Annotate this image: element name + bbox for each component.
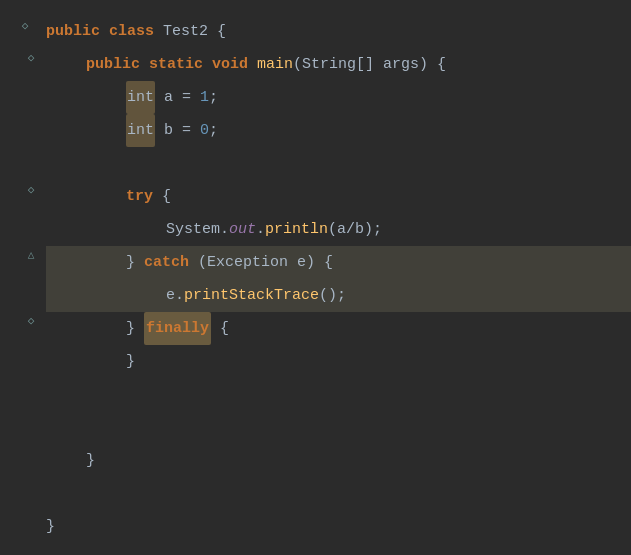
code-line-13 [46,411,631,444]
token-close-catch: } [126,312,144,345]
token-close-class: } [46,510,55,543]
code-line-9: e. printStackTrace (); [46,279,631,312]
token-main-params: (String[] args) { [293,48,446,81]
token-b-assign: b = [155,114,200,147]
token-e: e. [166,279,184,312]
token-close-method: } [86,444,95,477]
token-int-a: int [126,81,155,114]
fold-icon-method[interactable]: ◇ [24,50,38,64]
token-public: public [46,15,109,48]
token-classname: Test2 { [163,15,226,48]
token-public2: public [86,48,149,81]
code-line-12 [46,378,631,411]
token-dot: . [256,213,265,246]
code-line-11: } [46,345,631,378]
token-one: 1 [200,81,209,114]
token-try-brace: { [162,180,171,213]
token-semi1: ; [209,81,218,114]
fold-icon-finally[interactable]: ◇ [24,313,38,327]
code-line-6: try { [46,180,631,213]
token-void: void [212,48,257,81]
editor-gutter: ◇ ◇ ◇ △ ◇ [0,0,38,555]
token-a-assign: a = [155,81,200,114]
token-catch-params: (Exception e) { [198,246,333,279]
token-int-b: int [126,114,155,147]
code-line-2: public static void main (String[] args) … [46,48,631,81]
code-line-5 [46,147,631,180]
token-static: static [149,48,212,81]
token-finally-brace: { [211,312,229,345]
token-zero: 0 [200,114,209,147]
code-line-8: } catch (Exception e) { [46,246,631,279]
token-println: println [265,213,328,246]
token-semi2: ; [209,114,218,147]
code-line-10: } finally { [46,312,631,345]
fold-icon-catch[interactable]: △ [24,247,38,261]
token-try: try [126,180,162,213]
fold-icon-class[interactable]: ◇ [18,18,32,32]
token-out: out [229,213,256,246]
code-line-15 [46,477,631,510]
code-editor: ◇ ◇ ◇ △ ◇ public class Test2 { public st… [0,0,631,555]
token-class: class [109,15,163,48]
fold-icon-try[interactable]: ◇ [24,182,38,196]
code-line-3: int a = 1 ; [46,81,631,114]
token-system: System. [166,213,229,246]
code-line-7: System. out . println (a/b); [46,213,631,246]
token-println-args: (a/b); [328,213,382,246]
code-line-14: } [46,444,631,477]
code-content: public class Test2 { public static void … [38,0,631,555]
token-finally: finally [144,312,211,345]
token-printstacktrace-call: (); [319,279,346,312]
token-catch: catch [144,246,198,279]
token-main: main [257,48,293,81]
code-line-16: } [46,510,631,543]
code-line-1: public class Test2 { [46,15,631,48]
token-close-finally: } [126,345,135,378]
token-printstacktrace: printStackTrace [184,279,319,312]
code-line-4: int b = 0 ; [46,114,631,147]
token-close-try: } [126,246,144,279]
